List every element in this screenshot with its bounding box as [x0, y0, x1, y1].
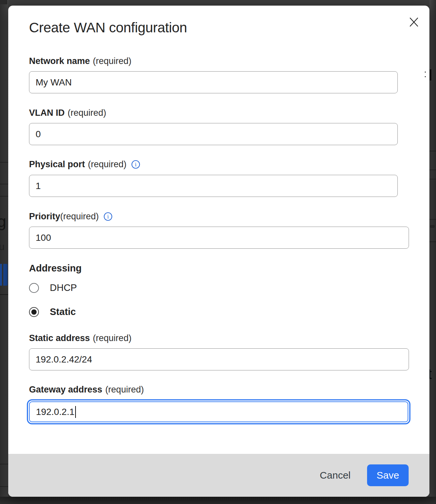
vlan-id-value: 0 [36, 129, 41, 140]
svg-text:i: i [135, 162, 137, 168]
vlan-id-input[interactable]: 0 [29, 123, 398, 145]
bg-row-line [0, 486, 8, 487]
bg-blue-button-fragment [0, 264, 2, 286]
bg-row-line [0, 162, 8, 163]
modal-footer: Cancel Save [8, 454, 429, 497]
network-name-value: My WAN [36, 77, 72, 88]
info-icon[interactable]: i [104, 212, 112, 221]
bg-row-line [429, 151, 436, 151]
overlay-left-strip [0, 0, 8, 504]
close-button[interactable] [407, 15, 421, 29]
radio-unchecked-icon[interactable] [29, 283, 39, 293]
close-icon [409, 17, 419, 27]
static-address-label: Static address (required) [29, 333, 132, 343]
create-wan-modal: Create WAN configuration Network name (r… [8, 6, 429, 497]
bg-text-fragment: g [0, 214, 6, 230]
addressing-heading: Addressing [29, 263, 82, 274]
radio-label-dhcp[interactable]: DHCP [50, 282, 77, 293]
bg-row-line [0, 294, 8, 295]
gateway-address-input[interactable]: 192.0.2.1 [29, 401, 408, 422]
svg-text:i: i [107, 214, 109, 220]
static-address-value: 192.0.2.42/24 [36, 354, 92, 365]
modal-title: Create WAN configuration [29, 20, 187, 36]
artifact-dot [425, 76, 426, 77]
bg-icon-fragment [430, 225, 435, 228]
text-cursor [75, 406, 76, 418]
vlan-id-label: VLAN ID (required) [29, 108, 106, 118]
radio-label-static[interactable]: Static [50, 306, 76, 317]
physical-port-input[interactable]: 1 [29, 175, 398, 197]
artifact-dot [425, 72, 426, 73]
network-name-label: Network name (required) [29, 56, 132, 66]
bg-blue-button-fragment [3, 264, 8, 286]
priority-label: Priority (required) i [29, 211, 112, 222]
network-name-input[interactable]: My WAN [29, 71, 398, 93]
bg-text-fragment [430, 69, 431, 80]
bg-row-line [429, 219, 436, 220]
bg-row-line [0, 464, 8, 464]
info-icon[interactable]: i [131, 160, 140, 169]
bg-row-line [0, 184, 8, 184]
radio-checked-icon[interactable] [29, 307, 39, 317]
radio-option-static[interactable]: Static [29, 306, 76, 317]
save-button[interactable]: Save [367, 464, 409, 486]
gateway-address-label: Gateway address (required) [29, 385, 144, 395]
physical-port-label: Physical port (required) i [29, 159, 140, 170]
physical-port-value: 1 [36, 181, 41, 191]
bg-row-line [429, 241, 436, 242]
bg-row-line [0, 196, 8, 197]
bg-row-line [429, 170, 436, 170]
radio-option-dhcp[interactable]: DHCP [29, 282, 77, 293]
bg-row-line [429, 179, 436, 179]
static-address-input[interactable]: 192.0.2.42/24 [29, 348, 409, 370]
overlay-corner [0, 0, 7, 4]
bg-text-fragment: u [0, 242, 5, 252]
cancel-button[interactable]: Cancel [320, 470, 351, 481]
gateway-address-value: 192.0.2.1 [36, 407, 75, 417]
priority-value: 100 [36, 233, 51, 243]
overlay-bottom-strip [0, 497, 436, 504]
priority-input[interactable]: 100 [29, 227, 409, 249]
